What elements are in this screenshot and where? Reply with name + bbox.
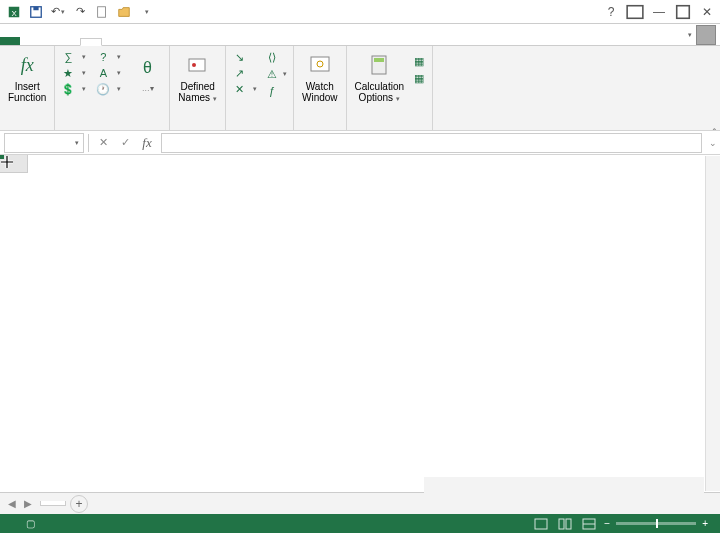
show-formulas-button[interactable]: ⟨⟩ [263, 49, 289, 65]
ribbon: fx InsertFunction ∑▾ ★▾ 💲▾ ?▾ A▾ 🕐▾ θ …▾ [0, 46, 720, 131]
normal-view-icon[interactable] [532, 517, 550, 531]
sheet-tab-sheet1[interactable] [40, 501, 66, 506]
collapse-ribbon-icon[interactable]: ˆ [713, 128, 716, 139]
money-icon: 💲 [61, 82, 75, 96]
enter-formula-icon[interactable]: ✓ [115, 133, 135, 153]
sigma-icon: ∑ [61, 50, 75, 64]
group-function-library [59, 126, 165, 130]
group-formula-auditing [230, 126, 289, 130]
excel-icon[interactable]: X [4, 2, 24, 22]
new-icon[interactable] [92, 2, 112, 22]
macro-record-icon[interactable]: ▢ [26, 518, 35, 529]
sheet-tab-bar: ◀ ▶ + [0, 492, 720, 514]
insert-function-icon[interactable]: fx [137, 133, 157, 153]
minimize-icon[interactable]: — [648, 2, 670, 22]
financial-button[interactable]: 💲▾ [59, 81, 88, 97]
warning-icon: ⚠ [265, 67, 279, 81]
insert-function-button[interactable]: fx InsertFunction [4, 49, 50, 105]
tab-review[interactable] [122, 39, 142, 45]
select-all-button[interactable] [0, 155, 28, 173]
tab-view[interactable] [142, 39, 162, 45]
tab-home[interactable] [20, 39, 40, 45]
watch-window-button[interactable]: WatchWindow [298, 49, 342, 105]
formula-bar-row: ▾ ✕ ✓ fx ⌄ [0, 131, 720, 155]
calculation-options-button[interactable]: CalculationOptions ▾ [351, 49, 408, 105]
formula-bar[interactable] [161, 133, 702, 153]
formula-icon: ⟨⟩ [265, 50, 279, 64]
remove-arrow-icon: ✕ [232, 82, 246, 96]
zoom-out-icon[interactable]: − [604, 518, 610, 529]
avatar [696, 25, 716, 45]
fx-small-icon: ƒ [265, 84, 279, 98]
group-calculation [351, 126, 428, 130]
tab-developer[interactable] [162, 39, 182, 45]
help-icon[interactable]: ? [600, 2, 622, 22]
calculator-icon [365, 51, 393, 79]
open-icon[interactable] [114, 2, 134, 22]
text-button[interactable]: A▾ [94, 65, 123, 81]
trace-dependents-button[interactable]: ↗ [230, 65, 259, 81]
fx-icon: fx [13, 51, 41, 79]
horizontal-scrollbar[interactable] [424, 477, 704, 495]
zoom-slider[interactable] [616, 522, 696, 525]
svg-rect-9 [311, 57, 329, 71]
undo-icon[interactable]: ↶▾ [48, 2, 68, 22]
calculate-now-button[interactable]: ▦ [410, 53, 428, 69]
defined-names-button[interactable]: DefinedNames ▾ [174, 49, 221, 105]
svg-rect-6 [677, 5, 690, 18]
date-time-button[interactable]: 🕐▾ [94, 81, 123, 97]
svg-rect-15 [566, 519, 571, 529]
sheet-nav-prev-icon[interactable]: ◀ [4, 496, 20, 512]
maximize-icon[interactable] [672, 2, 694, 22]
svg-rect-3 [33, 6, 38, 10]
add-sheet-button[interactable]: + [70, 495, 88, 513]
svg-rect-5 [627, 5, 643, 18]
name-box[interactable]: ▾ [4, 133, 84, 153]
svg-rect-13 [535, 519, 547, 529]
svg-rect-14 [559, 519, 564, 529]
star-icon: ★ [61, 66, 75, 80]
close-icon[interactable]: ✕ [696, 2, 718, 22]
status-bar: ▢ − + [0, 514, 720, 533]
tab-formulas[interactable] [80, 38, 102, 46]
save-icon[interactable] [26, 2, 46, 22]
user-badge[interactable]: ▾ [683, 25, 716, 45]
name-tag-icon [184, 51, 212, 79]
autosum-button[interactable]: ∑▾ [59, 49, 88, 65]
text-icon: A [96, 66, 110, 80]
svg-rect-4 [98, 6, 106, 17]
page-break-view-icon[interactable] [580, 517, 598, 531]
svg-point-8 [192, 63, 196, 67]
expand-formula-bar-icon[interactable]: ⌄ [706, 138, 720, 148]
logical-button[interactable]: ?▾ [94, 49, 123, 65]
vertical-scrollbar[interactable] [705, 156, 720, 491]
recently-used-button[interactable]: ★▾ [59, 65, 88, 81]
sheet-nav-next-icon[interactable]: ▶ [20, 496, 36, 512]
remove-arrows-button[interactable]: ✕▾ [230, 81, 259, 97]
error-checking-button[interactable]: ⚠▾ [263, 66, 289, 82]
trace-precedents-button[interactable]: ↘ [230, 49, 259, 65]
worksheet-grid[interactable] [0, 155, 720, 502]
tab-page-layout[interactable] [60, 39, 80, 45]
more-functions-button[interactable]: θ …▾ [129, 49, 165, 97]
tab-file[interactable] [0, 37, 20, 45]
zoom-in-icon[interactable]: + [702, 518, 708, 529]
svg-rect-7 [189, 59, 205, 71]
qat-customize-icon[interactable]: ▾ [136, 2, 156, 22]
tab-data[interactable] [102, 39, 122, 45]
evaluate-formula-button[interactable]: ƒ [263, 83, 289, 99]
calculate-sheet-button[interactable]: ▦ [410, 70, 428, 86]
title-bar: X ↶▾ ↷ ▾ ? — ✕ [0, 0, 720, 24]
calc-now-icon: ▦ [412, 54, 426, 68]
theta-icon: θ [133, 54, 161, 82]
svg-text:X: X [11, 8, 17, 17]
question-icon: ? [96, 50, 110, 64]
redo-icon[interactable]: ↷ [70, 2, 90, 22]
ribbon-tabs: ▾ [0, 24, 720, 46]
calc-sheet-icon: ▦ [412, 71, 426, 85]
page-layout-view-icon[interactable] [556, 517, 574, 531]
tab-insert[interactable] [40, 39, 60, 45]
cancel-formula-icon[interactable]: ✕ [93, 133, 113, 153]
ribbon-display-icon[interactable] [624, 2, 646, 22]
watch-icon [306, 51, 334, 79]
